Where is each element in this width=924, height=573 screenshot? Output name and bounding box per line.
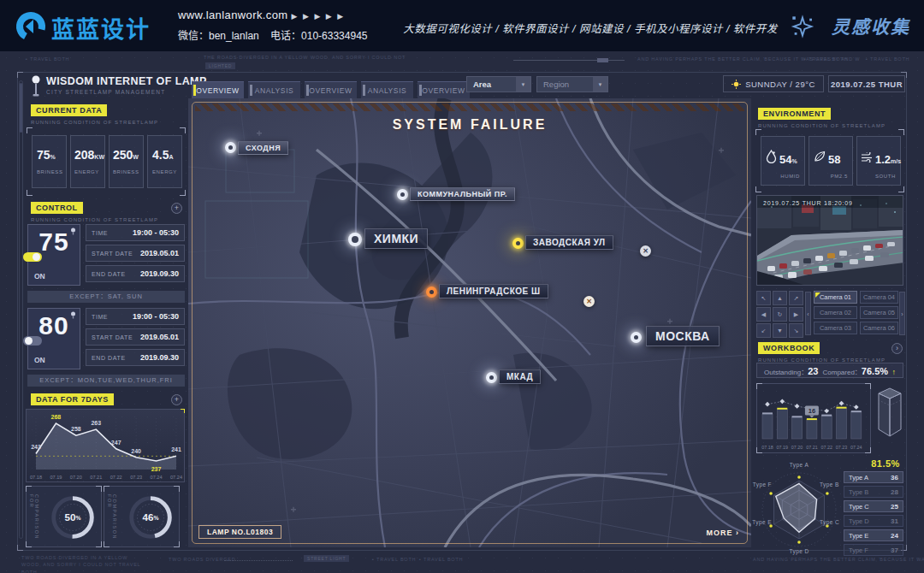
pan-up-button[interactable]: ▲ — [773, 291, 787, 305]
decor-bottom-right: AND HAVING PERHAPS THE BETTER CLAIM, BEC… — [753, 557, 924, 562]
end-date-field[interactable]: END DATE2019.09.30 — [86, 265, 185, 282]
svg-text:07.19: 07.19 — [50, 475, 62, 480]
decor-divider — [224, 560, 293, 561]
camera-03-button[interactable]: Camera 03 — [814, 322, 857, 334]
svg-text:07.21: 07.21 — [90, 475, 102, 480]
pm25-stat: 58 PM2.5 — [808, 136, 853, 186]
control-label: CONTROL — [31, 202, 83, 214]
camera-list-next-button[interactable]: › — [899, 292, 905, 335]
pan-up-left-button[interactable]: ↖ — [756, 291, 771, 305]
decor-travel-5: ▪ TRAVEL BOTH — [419, 557, 463, 562]
failure-title: SYSTEM FAILURE — [188, 117, 751, 133]
end-date-field[interactable]: END DATE2019.09.30 — [86, 349, 185, 366]
current-data-panel: 75% BRINESS 208KW ENERGY 250W BRINESS 4.… — [27, 128, 185, 195]
camera-06-button[interactable]: Camera 06 — [860, 322, 898, 334]
comparison-gauge-2: COMPARISON FOR 46% — [104, 486, 180, 547]
lamp-toggle-1[interactable] — [23, 252, 42, 262]
camera-image — [757, 196, 903, 286]
brightness-box-1: 75 ON — [27, 224, 80, 286]
control-rows-2: TIME19:00 - 05:30 START DATE2019.05.01 E… — [86, 308, 185, 369]
type-d-row[interactable]: Type D31 — [844, 515, 903, 527]
svg-text:243: 243 — [31, 444, 41, 450]
svg-text:07.24: 07.24 — [850, 445, 862, 450]
svg-text:237: 237 — [151, 466, 162, 472]
contact-line: 微信：ben_lanlan 电话：010-63334945 — [178, 27, 368, 42]
camera-list-prev-button[interactable]: ‹ — [805, 292, 811, 335]
camera-02-button[interactable]: Camera 02 — [814, 306, 857, 319]
tab-analysis-1[interactable]: ANALYSIS — [248, 81, 300, 98]
pan-down-left-button[interactable]: ↙ — [756, 323, 771, 338]
time-field[interactable]: TIME19:00 - 05:30 — [86, 224, 185, 241]
area-select[interactable]: Area▼ — [466, 76, 531, 92]
type-c-row[interactable]: Type C25 — [844, 500, 903, 512]
svg-text:268: 268 — [51, 414, 62, 420]
seven-days-chart: 24307.1826807.1925807.2026307.2124707.22… — [26, 409, 185, 482]
radar-label-e: Type E — [732, 519, 772, 525]
camera-feed[interactable]: 2019.07.25 THUR 18:20:09 — [756, 195, 903, 286]
stat-briness-w: 250W BRINESS — [109, 135, 144, 188]
left-scrollbar[interactable] — [19, 80, 23, 539]
tab-analysis-2[interactable]: ANALYSIS — [361, 81, 413, 98]
type-e-row[interactable]: Type E24 — [844, 529, 903, 541]
close-icon[interactable]: ✕ — [583, 296, 595, 307]
more-link[interactable]: MORE › — [707, 529, 740, 537]
time-field[interactable]: TIME19:00 - 05:30 — [86, 308, 185, 325]
tab-overview-3[interactable]: OVERVIEW — [418, 81, 470, 98]
comparison-gauge-1: COMPARISON FOR 50% — [26, 486, 102, 547]
decor-bottom-poem: TWO ROADS DIVERGED IN A YELLOW WOOD, AND… — [21, 554, 141, 573]
camera-dpad: ↖ ▲ ↗ ◀ ↻ ▶ ↙ ▼ ↘ — [756, 291, 803, 338]
outstanding-value: 23 — [808, 366, 818, 376]
brand-name: 蓝蓝设计 — [51, 11, 151, 44]
trend-up-icon: ↑ — [892, 368, 897, 376]
city-map[interactable]: СХОДНЯ КОММУНАЛЬНЫЙ ПР. ХИМКИ ЗАВОДСКАЯ … — [188, 98, 751, 547]
wind-stat: 1.2m/s SOUTH — [856, 136, 901, 186]
svg-text:07.23: 07.23 — [130, 475, 142, 480]
wechat: 微信：ben_lanlan — [178, 30, 259, 42]
pan-up-right-button[interactable]: ↗ — [789, 291, 803, 305]
camera-04-button[interactable]: Camera 04 — [860, 291, 898, 304]
stat-energy-kw: 208KW ENERGY — [70, 135, 105, 188]
seven-days-add-button[interactable]: + — [171, 394, 182, 405]
pan-left-button[interactable]: ◀ — [756, 307, 771, 322]
control-add-button[interactable]: + — [171, 203, 182, 214]
radar-label-d: Type D — [777, 548, 821, 554]
environment-label: ENVIRONMENT — [758, 108, 831, 120]
environment-subtitle: RUNNING CONDITION OF STREETLAMP — [758, 123, 886, 128]
type-f-row[interactable]: Type F37 — [844, 544, 903, 556]
decor-slider[interactable] — [513, 60, 625, 61]
humidity-stat: 54% HUMID — [761, 136, 805, 186]
current-data-subtitle: RUNNING CONDITION OF STREETLAMP — [31, 120, 158, 125]
except-bar-2: EXCEPT：MON,TUE,WED,THUR,FRI — [27, 375, 185, 387]
svg-text:07.24: 07.24 — [151, 475, 163, 480]
region-select[interactable]: Region▼ — [536, 76, 608, 92]
stat-energy-a: 4.5A ENERGY — [147, 135, 182, 188]
collect-label: 灵感收集 — [832, 13, 910, 38]
svg-text:07.23: 07.23 — [836, 445, 848, 450]
control-subtitle: RUNNING CONDITION OF STREETLAMP — [31, 217, 158, 222]
pan-down-right-button[interactable]: ↘ — [789, 323, 803, 338]
pan-down-button[interactable]: ▼ — [773, 323, 787, 338]
workbook-chart: 07.1807.1907.2007.2107.2207.2307.2416 — [756, 383, 871, 453]
radar-label-f: Type F — [732, 481, 772, 487]
camera-01-button[interactable]: Camera 01 — [814, 291, 857, 304]
type-b-row[interactable]: Type B28 — [844, 486, 903, 498]
camera-timestamp: 2019.07.25 THUR 18:20:09 — [763, 200, 853, 206]
svg-text:07.18: 07.18 — [761, 445, 773, 450]
svg-text:07.22: 07.22 — [820, 445, 832, 450]
decor-travel-2: ▪ TRAVEL BOTH — [804, 56, 848, 62]
arrow-decor: ▶ ▶ ▶ ▶ ▶ — [292, 12, 346, 21]
reset-view-button[interactable]: ↻ — [773, 307, 787, 322]
start-date-field[interactable]: START DATE2019.05.01 — [86, 245, 185, 262]
camera-05-button[interactable]: Camera 05 — [860, 306, 898, 319]
sparkle-icon — [791, 15, 814, 38]
promo-banner: 蓝蓝设计 www.lanlanwork.com ▶ ▶ ▶ ▶ ▶ 微信：ben… — [0, 0, 924, 51]
pan-right-button[interactable]: ▶ — [789, 307, 803, 322]
wind-icon — [861, 152, 874, 162]
brightness-box-2: 80 ON — [27, 308, 80, 369]
workbook-more-button[interactable]: › — [891, 343, 903, 354]
type-a-row[interactable]: Type A36 — [844, 471, 903, 483]
lamp-toggle-2[interactable] — [23, 336, 42, 346]
start-date-field[interactable]: START DATE2019.05.01 — [86, 328, 185, 346]
tab-overview-1[interactable]: OVERVIEW — [192, 81, 244, 98]
tab-overview-2[interactable]: OVERVIEW — [305, 81, 357, 98]
